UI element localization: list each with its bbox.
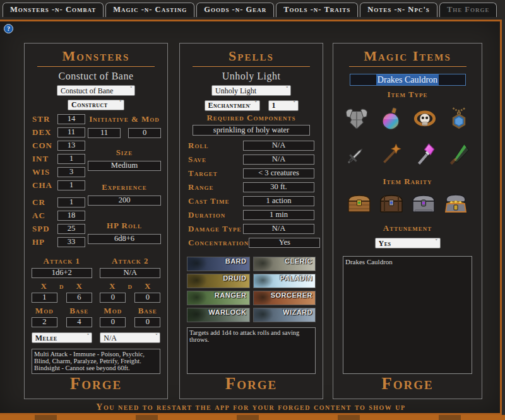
- potion-icon[interactable]: [377, 106, 404, 132]
- stat-con-input[interactable]: [57, 141, 85, 151]
- skull-ring-icon[interactable]: [412, 106, 438, 132]
- golden-chest-icon[interactable]: [443, 192, 469, 215]
- spells-title: Spells: [229, 48, 274, 64]
- class-button-ranger[interactable]: RANGER: [187, 291, 250, 305]
- class-button-cleric[interactable]: CLERIC: [253, 257, 316, 271]
- class-button-paladin[interactable]: PALADIN: [253, 274, 316, 288]
- attack-2-mod-input[interactable]: [100, 317, 126, 327]
- spell-fields: Roll Save Target Range Cast Time Duratio…: [180, 141, 323, 252]
- size-input[interactable]: [88, 161, 161, 171]
- armor-icon[interactable]: [343, 106, 370, 132]
- attack-2-base-input[interactable]: [134, 317, 160, 327]
- monster-name-display: Constuct of Bane: [58, 71, 133, 82]
- initiative-input[interactable]: [88, 128, 121, 138]
- x-label: X: [100, 281, 125, 291]
- monster-description-textarea[interactable]: Multi Attack - Immune - Poison, Psychic,…: [32, 349, 160, 374]
- class-button-warlock[interactable]: WARLOCK: [187, 308, 250, 322]
- tab-monsters-combat[interactable]: Monsters -n- Combat: [3, 3, 104, 17]
- attack-2-die-input[interactable]: [134, 293, 160, 303]
- save-label: Save: [188, 155, 206, 165]
- class-button-sorcerer[interactable]: SORCERER: [253, 291, 316, 305]
- attacks-section: Attack 1 XdX ModBase Melee Attack 2 XdX …: [25, 256, 167, 344]
- attack-1-label: Attack 1: [44, 256, 80, 266]
- stat-label: AC: [32, 211, 57, 221]
- scepter-icon[interactable]: [412, 141, 438, 168]
- spell-school-select[interactable]: Enchantment: [205, 100, 260, 111]
- item-name-input[interactable]: Drakes Cauldron: [350, 74, 466, 86]
- initiative-mod-input[interactable]: [128, 128, 161, 138]
- help-icon[interactable]: ?: [4, 24, 13, 33]
- silver-chest-icon[interactable]: [410, 192, 437, 215]
- amulet-icon[interactable]: [446, 106, 472, 132]
- save-input[interactable]: [243, 155, 314, 165]
- stat-label: INT: [32, 154, 57, 164]
- stat-cr-input[interactable]: [57, 197, 85, 207]
- sword-icon[interactable]: [343, 141, 370, 168]
- tab-magic-casting[interactable]: Magic -n- Casting: [105, 3, 194, 17]
- mod-label: Mod: [32, 306, 57, 316]
- spell-select[interactable]: Unholy Light: [211, 85, 291, 96]
- stat-int-input[interactable]: [57, 154, 85, 164]
- damage-type-label: Damage Type: [188, 224, 242, 234]
- tab-bar: Monsters -n- CombatMagic -n- CastingGood…: [0, 0, 505, 20]
- concentration-input[interactable]: [249, 238, 320, 248]
- d-label: d: [128, 281, 133, 291]
- duration-input[interactable]: [243, 210, 314, 220]
- stat-spd-input[interactable]: [57, 224, 85, 234]
- mod-label: Mod: [100, 306, 126, 316]
- tab-the-forge[interactable]: The Forge: [439, 3, 497, 17]
- stat-str-input[interactable]: [57, 114, 85, 124]
- tab-tools-traits[interactable]: Tools -n- Traits: [276, 3, 358, 17]
- class-button-druid[interactable]: DRUID: [187, 274, 250, 288]
- class-button-bard[interactable]: BARD: [187, 257, 250, 271]
- stat-ac-input[interactable]: [57, 211, 85, 221]
- target-input[interactable]: [243, 168, 314, 178]
- bottom-frame-strip: [0, 415, 505, 420]
- attack-1-base-input[interactable]: [66, 317, 92, 327]
- attack-1-dice-input[interactable]: [32, 268, 92, 278]
- divider: [349, 66, 466, 67]
- dagger-icon[interactable]: [446, 141, 472, 168]
- tab-goods-gear[interactable]: Goods -n- Gear: [196, 3, 274, 17]
- roll-input[interactable]: [243, 141, 314, 151]
- attack-1-die-input[interactable]: [66, 293, 92, 303]
- x-label: X: [67, 281, 92, 291]
- x-label: X: [135, 281, 160, 291]
- monster-select[interactable]: Constuct of Bane: [57, 85, 135, 96]
- bronze-chest-icon[interactable]: [378, 192, 405, 215]
- spell-level-select[interactable]: 1: [268, 100, 299, 111]
- required-components-input[interactable]: [193, 125, 310, 136]
- item-list-entry[interactable]: Drakes Cauldron: [345, 258, 470, 266]
- magic-item-forge-button[interactable]: Forge: [381, 374, 433, 394]
- attack-1-mod-input[interactable]: [32, 317, 57, 327]
- wand-icon[interactable]: [377, 141, 404, 168]
- class-button-wizard[interactable]: WIZARD: [253, 308, 316, 322]
- attunement-label: Attunement: [383, 223, 432, 233]
- range-input[interactable]: [243, 182, 314, 192]
- monster-type-select[interactable]: Construct: [68, 100, 124, 110]
- stat-cha-input[interactable]: [57, 180, 85, 190]
- attunement-select[interactable]: Yes: [375, 238, 441, 248]
- damage-type-input[interactable]: [243, 224, 314, 234]
- attack-1-type-select[interactable]: Melee: [32, 332, 92, 343]
- concentration-label: Concentration: [188, 238, 249, 248]
- attack-2-dice-input[interactable]: [100, 268, 160, 278]
- tab-notes-npcs[interactable]: Notes -n- Npc's: [360, 3, 437, 17]
- base-label: Base: [134, 306, 160, 316]
- attack-2-type-select[interactable]: N/A: [100, 332, 160, 343]
- monster-forge-button[interactable]: Forge: [70, 374, 122, 394]
- monsters-panel: Monsters Constuct of Bane Constuct of Ba…: [24, 43, 168, 399]
- spell-description-textarea[interactable]: Targets add 1d4 to attack rolls and savi…: [187, 327, 316, 374]
- stat-label: CON: [32, 141, 57, 151]
- stat-hp-input[interactable]: [57, 237, 85, 247]
- cast-time-input[interactable]: [243, 196, 314, 206]
- wooden-chest-icon[interactable]: [346, 192, 372, 215]
- attack-2-count-input[interactable]: [100, 293, 126, 303]
- spell-forge-button[interactable]: Forge: [225, 374, 277, 394]
- stat-dex-input[interactable]: [57, 127, 85, 137]
- experience-input[interactable]: [88, 195, 161, 206]
- hp-roll-input[interactable]: [88, 234, 161, 244]
- item-listbox[interactable]: Drakes Cauldron: [343, 256, 472, 374]
- stat-wis-input[interactable]: [57, 167, 85, 177]
- attack-1-count-input[interactable]: [32, 293, 57, 303]
